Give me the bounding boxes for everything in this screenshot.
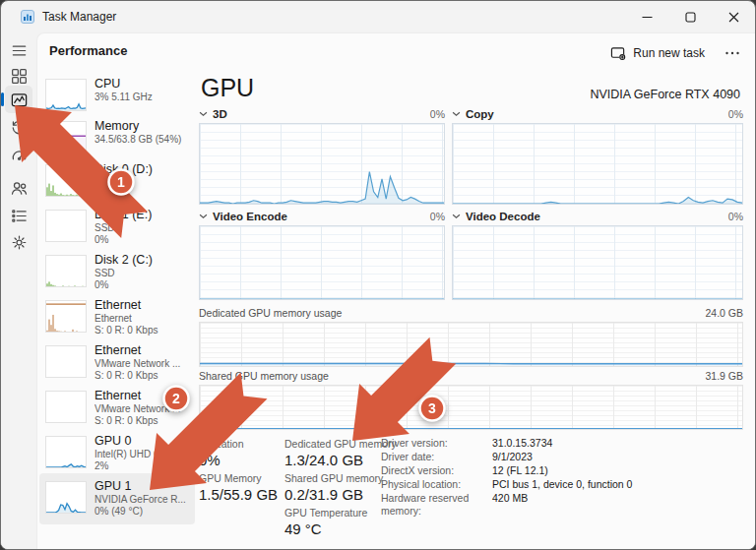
rail-item-app-history[interactable] <box>5 113 32 141</box>
rail-item-startup-apps[interactable] <box>5 141 32 168</box>
stat-label: Shared GPU memory <box>284 472 393 484</box>
sidebar-item-disk-0-d[interactable]: Disk 0 (D:)SSD3% <box>45 162 195 206</box>
sidebar-item-title: Disk 2 (C:) <box>94 253 197 268</box>
stat-value: 1.3/24.0 GB <box>284 452 393 468</box>
window-title: Task Manager <box>42 10 116 24</box>
sidebar-item-memory[interactable]: Memory34.5/63.8 GB (54%) <box>45 119 195 162</box>
sidebar-item-subtext: SSD <box>94 177 197 189</box>
rail-item-users[interactable] <box>5 174 32 202</box>
sidebar-item-text: Disk 2 (C:)SSD0% <box>94 253 197 290</box>
mini-chart <box>45 436 87 468</box>
startup-apps-icon <box>10 146 29 164</box>
run-new-task-label: Run new task <box>633 46 705 60</box>
sidebar-item-gpu-0[interactable]: GPU 0Intel(R) UHD Gra...2% <box>45 434 195 477</box>
sidebar-item-subtext: S: 0 R: 0 Kbps <box>94 415 197 427</box>
mini-chart <box>45 255 87 287</box>
memory-usage-chart[interactable] <box>199 385 743 430</box>
sidebar-item-gpu-1[interactable]: GPU 1NVIDIA GeForce R...0% (49 °C) <box>45 479 195 522</box>
driver-info-label: Physical location: <box>381 478 492 491</box>
run-new-task-icon <box>610 45 626 61</box>
sidebar-item-text: EthernetEthernetS: 0 R: 0 Kbps <box>94 298 197 336</box>
mini-chart <box>45 164 87 197</box>
chevron-down-icon[interactable] <box>199 111 208 117</box>
utilization-chart[interactable] <box>452 225 743 300</box>
sidebar-item-title: GPU 1 <box>94 479 197 494</box>
driver-info-value: 9/1/2023 <box>492 451 533 463</box>
chevron-down-icon[interactable] <box>452 111 461 117</box>
engine-chart-copy: Copy0% <box>452 106 743 205</box>
sidebar-item-text: GPU 0Intel(R) UHD Gra...2% <box>94 434 197 471</box>
utilization-chart[interactable] <box>199 225 445 300</box>
sidebar-item-subtext: 0% <box>94 234 197 246</box>
stat-gpu-temperature: GPU Temperature49 °C <box>284 507 393 537</box>
engine-chart-video-encode: Video Encode0% <box>199 209 445 300</box>
chart-title: 3D <box>213 108 227 120</box>
chart-current-value: 0% <box>430 108 445 120</box>
driver-info-row: Physical location:PCI bus 1, device 0, f… <box>381 478 632 491</box>
sidebar-item-disk-2-c[interactable]: Disk 2 (C:)SSD0% <box>45 253 195 296</box>
sidebar-item-title: CPU <box>94 77 197 92</box>
memory-usage-chart[interactable] <box>199 322 743 367</box>
gpu-device-name: NVIDIA GeForce RTX 4090 <box>590 88 740 101</box>
mini-chart <box>45 121 87 153</box>
rail-item-services[interactable] <box>5 228 32 256</box>
sidebar-item-text: GPU 1NVIDIA GeForce R...0% (49 °C) <box>94 479 197 517</box>
chart-label-row: Dedicated GPU memory usage24.0 GB <box>199 307 743 321</box>
sidebar-item-subtext: 2% <box>94 460 197 472</box>
more-options-button[interactable] <box>720 40 745 66</box>
sidebar-item-text: Disk 1 (E:)SSD0% <box>94 208 197 245</box>
sidebar-item-title: Disk 1 (E:) <box>94 208 197 222</box>
stat-value: 0.2/31.9 GB <box>284 486 393 503</box>
stat-label: GPU Temperature <box>284 507 393 519</box>
rail-item-menu[interactable] <box>5 36 32 64</box>
mini-chart <box>45 300 87 333</box>
close-icon <box>728 12 739 23</box>
sidebar-item-ethernet[interactable]: EthernetVMware Network ...S: 0 R: 0 Kbps <box>45 343 195 387</box>
chevron-down-icon[interactable] <box>452 214 461 219</box>
memory-chart-dedicated: Dedicated GPU memory usage24.0 GB <box>199 307 743 367</box>
chart-title: Shared GPU memory usage <box>199 370 329 384</box>
sidebar-item-title: Ethernet <box>94 298 197 313</box>
utilization-chart[interactable] <box>452 123 743 205</box>
chart-title: Dedicated GPU memory usage <box>199 307 342 321</box>
titlebar: Task Manager <box>1 1 755 32</box>
sidebar-item-title: Ethernet <box>94 343 197 358</box>
sidebar-item-subtext: 3% <box>94 189 197 201</box>
services-icon <box>10 233 29 252</box>
chart-max-value: 24.0 GB <box>705 307 743 321</box>
page-section-title: Performance <box>49 43 127 58</box>
sidebar-item-subtext: 34.5/63.8 GB (54%) <box>94 134 197 146</box>
rail-item-details[interactable] <box>5 202 32 229</box>
mini-chart <box>45 79 87 111</box>
sidebar-item-ethernet[interactable]: EthernetEthernetS: 0 R: 0 Kbps <box>45 298 195 341</box>
performance-icon <box>10 91 29 109</box>
stat-label: Dedicated GPU memory <box>284 438 393 450</box>
sidebar-item-text: Disk 0 (D:)SSD3% <box>94 162 197 200</box>
mini-chart <box>45 345 87 378</box>
run-new-task-button[interactable]: Run new task <box>601 40 714 66</box>
minimize-button[interactable] <box>625 1 668 32</box>
chevron-down-icon[interactable] <box>199 214 208 219</box>
content-panel: Performance Run new task CPU3% 5.11 GHzM… <box>36 32 755 549</box>
utilization-chart[interactable] <box>199 123 445 205</box>
chart-title: Copy <box>466 108 494 120</box>
mini-chart <box>45 391 87 423</box>
more-icon <box>724 48 740 58</box>
driver-info-value: 31.0.15.3734 <box>492 437 552 450</box>
rail-item-performance[interactable] <box>5 86 32 113</box>
task-manager-window: Task Manager Performance Run new task <box>0 0 756 550</box>
processes-icon <box>10 67 29 86</box>
nav-rail <box>1 32 36 549</box>
page-title: GPU <box>201 74 254 102</box>
driver-info-value: 420 MB <box>492 492 528 518</box>
sidebar-item-cpu[interactable]: CPU3% 5.11 GHz <box>45 77 195 120</box>
driver-info-label: Hardware reserved memory: <box>381 492 492 518</box>
sidebar-item-ethernet[interactable]: EthernetVMware Network ...S: 0 R: 0 Kbps <box>45 389 195 432</box>
sidebar-item-disk-1-e[interactable]: Disk 1 (E:)SSD0% <box>45 208 195 251</box>
engine-chart-video-decode: Video Decode0% <box>452 209 743 300</box>
close-button[interactable] <box>712 1 755 32</box>
maximize-button[interactable] <box>668 1 712 32</box>
chart-title: Video Decode <box>466 211 540 222</box>
sidebar-item-text: CPU3% 5.11 GHz <box>94 77 197 103</box>
stat-dedicated-gpu-memory: Dedicated GPU memory1.3/24.0 GB <box>284 438 393 468</box>
